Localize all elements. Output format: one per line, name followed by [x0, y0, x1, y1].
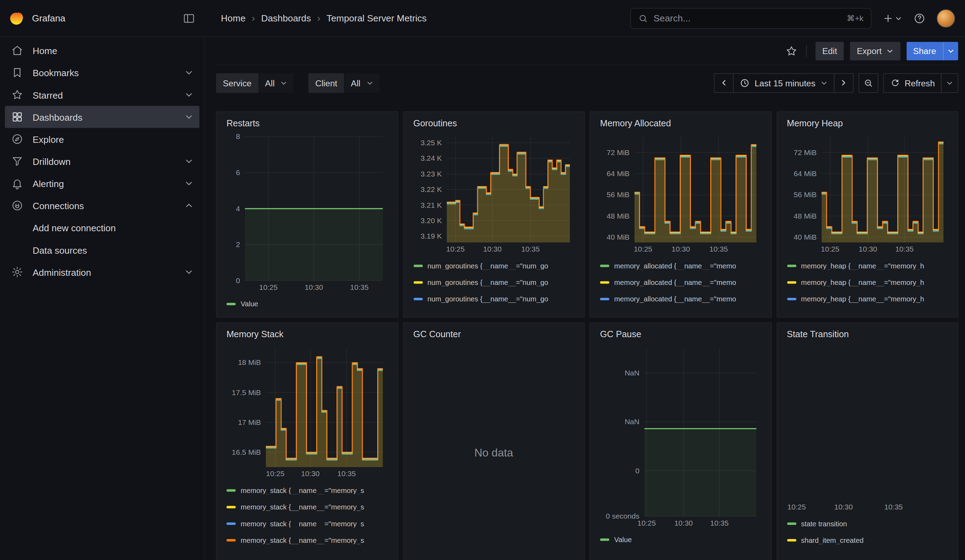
sidebar-item-label: Alerting — [33, 178, 64, 189]
legend-label: memory_stack {__name__="memory_s — [241, 520, 364, 527]
legend-item[interactable]: Value — [226, 296, 388, 312]
panel-grid: Restarts 8642010:2510:3010:35 Value Goro… — [216, 111, 958, 560]
svg-text:40 MiB: 40 MiB — [607, 233, 630, 241]
panel-title[interactable]: GC Counter — [413, 329, 574, 339]
legend-item[interactable]: memory_allocated {__name__="memo — [600, 274, 761, 290]
sidebar-item-bookmarks[interactable]: Bookmarks — [5, 61, 199, 83]
legend-swatch — [787, 539, 796, 541]
chevron-down-icon[interactable] — [185, 157, 193, 166]
goroutines-chart[interactable]: 3.25 K3.24 K3.23 K3.22 K3.21 K3.20 K3.19… — [413, 132, 574, 255]
sidebar-item-connections[interactable]: Connections — [5, 194, 199, 217]
time-range-picker[interactable]: Last 15 minutes — [733, 73, 834, 93]
legend-swatch — [226, 302, 236, 305]
time-forward-button[interactable] — [834, 73, 854, 93]
edit-button[interactable]: Edit — [816, 41, 844, 60]
legend-label: memory_heap {__name__="memory_h — [801, 312, 924, 312]
sidebar-item-drilldown[interactable]: Drilldown — [5, 150, 199, 172]
legend-swatch — [600, 264, 609, 267]
legend-swatch — [413, 281, 422, 284]
legend-item[interactable]: memory_stack {__name__="memory_s — [226, 482, 388, 498]
legend-item[interactable]: num_goroutines {__name__="num_go — [413, 307, 574, 312]
share-dropdown-button[interactable] — [943, 41, 958, 60]
svg-text:64 MiB: 64 MiB — [607, 170, 630, 178]
legend-item[interactable]: memory_allocated {__name__="memo — [600, 257, 761, 274]
chevron-down-icon[interactable] — [185, 179, 193, 188]
breadcrumb-item-dashboards[interactable]: Dashboards — [261, 13, 311, 23]
favorite-star-icon[interactable] — [785, 44, 798, 57]
chevron-down-icon[interactable] — [185, 268, 193, 276]
chevron-down-icon[interactable] — [185, 90, 193, 99]
legend-item[interactable]: memory_stack {__name__="memory_s — [226, 532, 388, 548]
chevron-down-icon[interactable] — [185, 69, 193, 77]
search-box[interactable]: ⌘+k — [630, 8, 872, 29]
legend-item[interactable]: shard_item_created — [787, 532, 948, 548]
service-select[interactable]: All — [259, 73, 294, 93]
svg-text:10:25: 10:25 — [266, 469, 285, 478]
avatar[interactable] — [937, 9, 955, 28]
brand: Grafana — [0, 8, 205, 28]
panel-title[interactable]: Memory Stack — [226, 329, 388, 339]
sidebar-item-label: Data sources — [33, 245, 87, 255]
svg-text:10:30: 10:30 — [483, 245, 501, 253]
chevron-up-icon[interactable] — [185, 201, 193, 210]
sidebar-item-administration[interactable]: Administration — [5, 261, 199, 283]
panel-title[interactable]: Restarts — [226, 118, 388, 128]
new-button[interactable] — [883, 13, 902, 24]
panel-title[interactable]: Goroutines — [413, 118, 574, 128]
legend-item[interactable]: num_goroutines {__name__="num_go — [413, 274, 574, 290]
gc-pause-chart[interactable]: NaNNaN00 seconds10:2510:3010:35 — [600, 343, 761, 529]
memory-allocated-chart[interactable]: 72 MiB64 MiB56 MiB48 MiB40 MiB10:2510:30… — [600, 132, 761, 255]
legend-item[interactable]: memory_allocated {__name__="memo — [600, 291, 761, 307]
sidebar-item-dashboards[interactable]: Dashboards — [5, 106, 199, 128]
zoom-out-button[interactable] — [859, 73, 878, 93]
bell-icon — [11, 177, 23, 189]
legend-item[interactable]: num_goroutines {__name__="num_go — [413, 291, 574, 307]
legend-item[interactable]: memory_heap {__name__="memory_h — [787, 274, 948, 290]
legend-item[interactable]: memory_heap {__name__="memory_h — [787, 257, 948, 274]
export-button[interactable]: Export — [850, 41, 900, 60]
memory-heap-chart[interactable]: 72 MiB64 MiB56 MiB48 MiB40 MiB10:2510:30… — [787, 132, 948, 255]
time-back-button[interactable] — [714, 73, 734, 93]
grafana-logo-icon[interactable] — [9, 10, 25, 26]
search-input[interactable] — [654, 13, 841, 23]
legend-item[interactable]: Value — [600, 531, 761, 548]
state-transition-chart[interactable]: 10:2510:3010:35 — [787, 343, 948, 513]
svg-text:10:25: 10:25 — [446, 245, 465, 253]
dock-menu-icon[interactable] — [179, 8, 199, 28]
refresh-interval-button[interactable] — [941, 73, 958, 93]
legend-swatch — [226, 539, 236, 541]
legend-item[interactable]: memory_heap {__name__="memory_h — [787, 307, 948, 312]
restarts-chart[interactable]: 8642010:2510:3010:35 — [226, 132, 388, 293]
svg-text:10:35: 10:35 — [895, 245, 913, 253]
refresh-button[interactable]: Refresh — [883, 73, 942, 93]
sidebar-item-starred[interactable]: Starred — [5, 84, 199, 106]
chevron-left-icon — [720, 78, 728, 87]
legend-item[interactable]: state transition — [787, 515, 948, 532]
panel-title[interactable]: Memory Allocated — [600, 118, 761, 128]
dashboards-grid-icon — [11, 111, 23, 123]
help-icon[interactable] — [913, 12, 926, 24]
legend-item[interactable]: memory_stack {__name__="memory_s — [226, 499, 388, 515]
sidebar-item-add-new-connection[interactable]: Add new connection — [5, 217, 199, 238]
svg-text:10:25: 10:25 — [787, 503, 806, 511]
sidebar-item-home[interactable]: Home — [5, 39, 199, 61]
chevron-down-icon[interactable] — [185, 113, 193, 121]
panel-title[interactable]: GC Pause — [600, 329, 761, 339]
sidebar-item-data-sources[interactable]: Data sources — [5, 238, 199, 261]
memory-stack-chart[interactable]: 18 MiB17.5 MiB17 MiB16.5 MiB10:2510:3010… — [226, 343, 388, 479]
share-button[interactable]: Share — [906, 41, 943, 60]
breadcrumb-item-home[interactable]: Home — [221, 13, 245, 23]
sidebar-item-alerting[interactable]: Alerting — [5, 172, 199, 194]
legend-item[interactable]: memory_allocated {__name__="memo — [600, 307, 761, 312]
legend-item[interactable]: num_goroutines {__name__="num_go — [413, 257, 574, 274]
client-select[interactable]: All — [345, 73, 379, 93]
search-icon — [638, 13, 648, 23]
sidebar-item-explore[interactable]: Explore — [5, 128, 199, 150]
legend-item[interactable]: memory_heap {__name__="memory_h — [787, 291, 948, 307]
panel-title[interactable]: Memory Heap — [787, 118, 948, 128]
legend-swatch — [226, 506, 236, 508]
home-icon — [11, 44, 23, 57]
panel-title[interactable]: State Transition — [787, 329, 948, 339]
chart-svg: NaNNaN00 seconds10:2510:3010:35 — [600, 343, 762, 529]
legend-item[interactable]: memory_stack {__name__="memory_s — [226, 515, 388, 532]
